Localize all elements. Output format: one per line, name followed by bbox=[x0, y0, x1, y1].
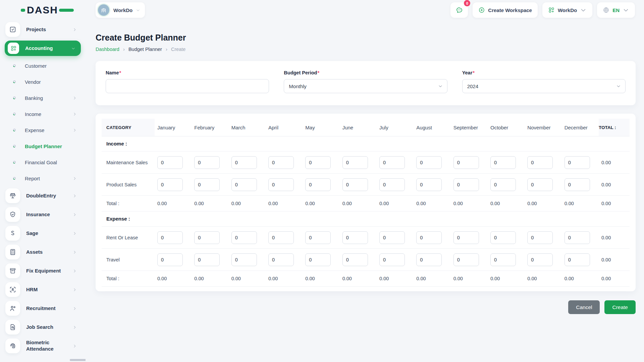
budget-input[interactable] bbox=[157, 253, 183, 266]
budget-input[interactable] bbox=[157, 178, 183, 191]
budget-input[interactable] bbox=[453, 178, 479, 191]
sidebar-icon-box bbox=[5, 339, 20, 353]
budget-input[interactable] bbox=[342, 178, 368, 191]
budget-input[interactable] bbox=[157, 156, 183, 169]
sidebar-item-accounting[interactable]: Accounting bbox=[5, 41, 81, 56]
budget-input[interactable] bbox=[379, 253, 405, 266]
sidebar-item-label: Assets bbox=[26, 249, 43, 255]
cancel-button[interactable]: Cancel bbox=[568, 300, 600, 314]
section-title: Expense : bbox=[106, 216, 130, 222]
sidebar-item-doubleentry[interactable]: DoubleEntry bbox=[0, 186, 86, 205]
budget-input[interactable] bbox=[157, 231, 183, 244]
grid-plus-icon bbox=[548, 7, 555, 13]
budget-period-select[interactable]: Monthly bbox=[284, 79, 447, 93]
sidebar-item-projects[interactable]: Projects bbox=[0, 20, 86, 39]
budget-input[interactable] bbox=[416, 156, 442, 169]
budget-input[interactable] bbox=[565, 178, 590, 191]
sidebar-icon-box bbox=[5, 320, 20, 335]
budget-input[interactable] bbox=[453, 156, 479, 169]
workspace-switcher[interactable]: WorkDo bbox=[96, 2, 145, 18]
budget-input[interactable] bbox=[194, 178, 220, 191]
budget-input[interactable] bbox=[231, 156, 257, 169]
month-cell bbox=[377, 253, 414, 266]
budget-input[interactable] bbox=[268, 156, 294, 169]
sidebar-item-customer[interactable]: Customer bbox=[0, 58, 86, 74]
budget-input[interactable] bbox=[490, 231, 516, 244]
breadcrumb-budget-planner[interactable]: Budget Planner bbox=[128, 47, 162, 52]
messages-button[interactable]: 0 bbox=[450, 2, 468, 18]
budget-input[interactable] bbox=[268, 178, 294, 191]
month-cell bbox=[562, 231, 599, 244]
sidebar-item-expense[interactable]: Expense bbox=[0, 122, 86, 138]
budget-input[interactable] bbox=[490, 156, 516, 169]
budget-input[interactable] bbox=[231, 231, 257, 244]
sidebar-item-vendor[interactable]: Vendor bbox=[0, 74, 86, 90]
logo-dash-shape bbox=[59, 9, 74, 12]
budget-input[interactable] bbox=[453, 253, 479, 266]
sidebar-item-financial-goal[interactable]: Financial Goal bbox=[0, 154, 86, 170]
budget-table-card: CATEGORY JanuaryFebruaryMarchAprilMayJun… bbox=[96, 114, 636, 291]
budget-input[interactable] bbox=[194, 156, 220, 169]
sidebar-item-hrm[interactable]: HRM bbox=[0, 280, 86, 299]
sidebar-item-insurance[interactable]: Insurance bbox=[0, 205, 86, 224]
budget-input[interactable] bbox=[379, 178, 405, 191]
create-workspace-button[interactable]: Create Workspace bbox=[473, 2, 538, 18]
budget-input[interactable] bbox=[268, 231, 294, 244]
budget-input[interactable] bbox=[490, 253, 516, 266]
month-cell bbox=[525, 178, 561, 191]
sidebar-scrollbar-thumb[interactable] bbox=[70, 359, 86, 361]
month-cell bbox=[192, 178, 228, 191]
name-input[interactable] bbox=[106, 79, 269, 93]
language-menu-button[interactable]: EN bbox=[597, 2, 635, 18]
sidebar-item-job-search[interactable]: Job Search bbox=[0, 318, 86, 337]
budget-input[interactable] bbox=[194, 231, 220, 244]
budget-input[interactable] bbox=[194, 253, 220, 266]
budget-input[interactable] bbox=[565, 231, 590, 244]
budget-input[interactable] bbox=[305, 178, 331, 191]
budget-input[interactable] bbox=[416, 253, 442, 266]
year-select[interactable]: 2024 bbox=[462, 79, 626, 93]
budget-input[interactable] bbox=[305, 253, 331, 266]
month-total-value: 0.00 bbox=[377, 201, 414, 206]
budget-input[interactable] bbox=[342, 231, 368, 244]
sidebar-item-label: Projects bbox=[26, 26, 46, 33]
brand-logo[interactable]: DASH bbox=[21, 5, 74, 15]
budget-input[interactable] bbox=[565, 156, 590, 169]
sidebar-item-biometric-attendance[interactable]: Biometric Attendance bbox=[0, 337, 86, 355]
sidebar-item-budget-planner[interactable]: Budget Planner bbox=[0, 138, 86, 154]
breadcrumb-dashboard[interactable]: Dashboard bbox=[96, 47, 119, 52]
budget-input[interactable] bbox=[231, 253, 257, 266]
company-menu-button[interactable]: WorkDo bbox=[542, 2, 592, 18]
budget-input[interactable] bbox=[305, 231, 331, 244]
budget-input[interactable] bbox=[490, 178, 516, 191]
month-cell bbox=[562, 178, 599, 191]
sidebar-item-income[interactable]: Income bbox=[0, 106, 86, 122]
budget-input[interactable] bbox=[268, 253, 294, 266]
sidebar-item-sage[interactable]: Sage bbox=[0, 224, 86, 243]
form-actions: Cancel Create bbox=[96, 300, 636, 314]
budget-input[interactable] bbox=[416, 231, 442, 244]
sidebar-item-fix-equipment[interactable]: Fix Equipment bbox=[0, 261, 86, 280]
budget-input[interactable] bbox=[305, 156, 331, 169]
month-total-value: 0.00 bbox=[303, 201, 339, 206]
budget-input[interactable] bbox=[527, 178, 553, 191]
sidebar-item-report[interactable]: Report bbox=[0, 170, 86, 186]
budget-input[interactable] bbox=[379, 156, 405, 169]
budget-input[interactable] bbox=[342, 156, 368, 169]
sidebar-item-assets[interactable]: Assets bbox=[0, 243, 86, 261]
create-button[interactable]: Create bbox=[604, 300, 636, 314]
budget-input[interactable] bbox=[527, 253, 553, 266]
budget-input[interactable] bbox=[527, 231, 553, 244]
sidebar-item-banking[interactable]: Banking bbox=[0, 90, 86, 106]
budget-input[interactable] bbox=[342, 253, 368, 266]
sidebar-item-recruitment[interactable]: Recruitment bbox=[0, 299, 86, 318]
budget-input[interactable] bbox=[231, 178, 257, 191]
budget-input[interactable] bbox=[416, 178, 442, 191]
budget-input[interactable] bbox=[527, 156, 553, 169]
budget-input[interactable] bbox=[453, 231, 479, 244]
budget-input[interactable] bbox=[565, 253, 590, 266]
month-total-value: 0.00 bbox=[229, 201, 266, 206]
budget-input[interactable] bbox=[379, 231, 405, 244]
sidebar-item-label: Vendor bbox=[25, 79, 41, 85]
month-cell bbox=[229, 156, 266, 169]
